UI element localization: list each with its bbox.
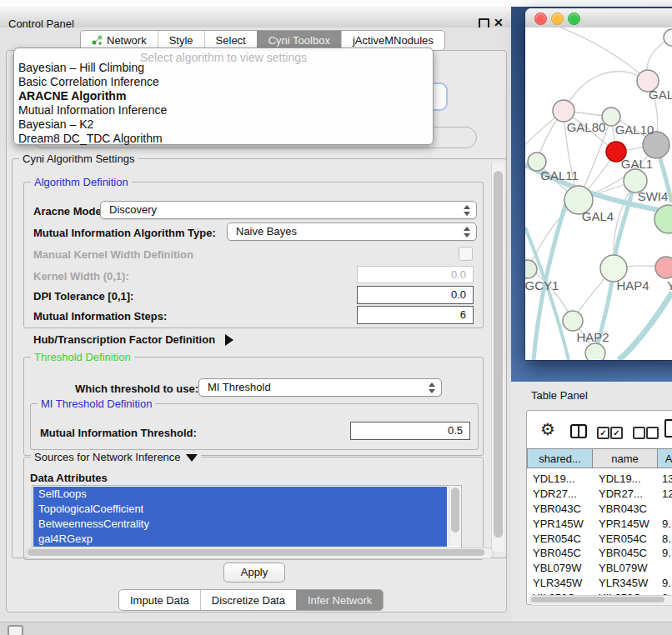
attributes-scrollbar-thumb[interactable] bbox=[451, 488, 459, 532]
data-attributes-list: SelfLoops TopologicalCoefficient Between… bbox=[32, 485, 462, 548]
cell-value: 12 bbox=[658, 488, 672, 500]
sources-title-text: Sources for Network Inference bbox=[34, 451, 181, 463]
deselect-checkbox-icon[interactable] bbox=[633, 427, 645, 439]
apply-button[interactable]: Apply bbox=[223, 562, 285, 582]
ghost-algorithm-combo-fragment bbox=[432, 82, 448, 111]
node-label-gal10: GAL10 bbox=[615, 122, 654, 137]
network-canvas[interactable]: GAL80 GAL10 GAL1 GAL11 SWI4 GAL4 GCY1 HA… bbox=[525, 28, 672, 360]
cell-shared: YBL079W bbox=[527, 562, 593, 574]
tab-network-label: Network bbox=[107, 34, 147, 47]
node-label-gal4: GAL4 bbox=[582, 209, 614, 223]
cell-shared: YBR045C bbox=[527, 547, 593, 559]
cell-name: YDR27... bbox=[593, 488, 658, 500]
network-node[interactable] bbox=[585, 343, 605, 360]
table-hscrollbar-thumb[interactable] bbox=[531, 597, 664, 602]
mi-type-combo[interactable]: Naive Bayes bbox=[227, 222, 477, 241]
tab-impute-data-label: Impute Data bbox=[130, 594, 189, 607]
dropdown-item-dream8[interactable]: Dream8 DC_TDC Algorithm bbox=[16, 132, 430, 146]
select-all-checkbox-icon[interactable]: ✓ bbox=[610, 427, 623, 439]
network-window-titlebar[interactable] bbox=[525, 8, 672, 28]
dropdown-item-basic-correlation[interactable]: Basic Correlation Inference bbox=[16, 75, 430, 89]
table-row[interactable]: YLR345WYLR345W9. bbox=[527, 576, 672, 591]
dropdown-item-bayesian-hill[interactable]: Bayesian – Hill Climbing bbox=[16, 61, 430, 75]
tab-infer-network[interactable]: Infer Network bbox=[296, 590, 383, 610]
node-label-gal80: GAL80 bbox=[567, 120, 606, 134]
close-traffic-light[interactable] bbox=[534, 12, 547, 25]
deselect-checkbox-icon[interactable] bbox=[646, 427, 659, 439]
aracne-mode-value: Discovery bbox=[109, 203, 157, 216]
gear-icon[interactable]: ⚙ bbox=[540, 419, 555, 439]
settings-scrollbar-thumb[interactable] bbox=[494, 171, 503, 538]
aracne-mode-combo[interactable]: Discovery bbox=[100, 201, 477, 219]
mi-type-value: Naive Bayes bbox=[236, 225, 297, 238]
list-item[interactable]: SelfLoops bbox=[33, 487, 447, 502]
network-icon bbox=[92, 35, 103, 46]
network-node-y-cut[interactable] bbox=[655, 257, 672, 278]
column-header-shared[interactable]: shared... bbox=[527, 448, 593, 468]
cell-name: YDL19... bbox=[593, 472, 658, 485]
network-node-gal80[interactable] bbox=[553, 100, 574, 122]
tab-select-label: Select bbox=[216, 34, 246, 47]
mi-threshold-label: Mutual Information Threshold: bbox=[40, 427, 197, 439]
zoom-traffic-light[interactable] bbox=[568, 12, 580, 25]
control-panel-titlebar: Control Panel ✕ bbox=[0, 7, 511, 28]
screen: Control Panel ✕ Network Style Select Cyn… bbox=[0, 0, 672, 635]
dpi-tolerance-field[interactable]: 0.0 bbox=[357, 286, 474, 304]
columns-icon[interactable] bbox=[570, 424, 587, 438]
kernel-width-field[interactable]: 0.0 bbox=[357, 266, 474, 283]
hub-definition-toggle[interactable]: Hub/Transcription Factor Definition bbox=[33, 333, 233, 346]
algorithm-definition-title: Algorithm Definition bbox=[31, 176, 132, 188]
which-threshold-value: MI Threshold bbox=[208, 381, 271, 393]
cell-shared: YER054C bbox=[527, 532, 593, 545]
minimize-traffic-light[interactable] bbox=[551, 12, 564, 25]
select-all-checkbox-icon[interactable]: ✓ bbox=[597, 427, 609, 439]
table-horizontal-scrollbar[interactable] bbox=[529, 595, 672, 606]
column-header-cut[interactable]: A bbox=[657, 448, 672, 468]
table-row[interactable]: YER054CYER054C8. bbox=[527, 531, 672, 546]
list-item[interactable]: BetweennessCentrality bbox=[33, 517, 447, 532]
sources-horizontal-scrollbar[interactable] bbox=[25, 548, 494, 559]
table-row[interactable]: YPR145WYPR145W9. bbox=[527, 516, 672, 531]
network-node-gcy1[interactable] bbox=[525, 260, 537, 278]
mi-threshold-field[interactable]: 0.5 bbox=[350, 422, 470, 440]
columns-icon-divider bbox=[578, 426, 579, 437]
settings-vertical-scrollbar[interactable] bbox=[491, 163, 504, 552]
cell-value: 9. bbox=[658, 518, 671, 530]
table-row[interactable]: YBR043CYBR043C bbox=[527, 502, 672, 517]
table-row[interactable]: YBL079WYBL079W bbox=[527, 561, 672, 576]
panel-corner-icon[interactable] bbox=[8, 625, 23, 635]
cell-name: YBR045C bbox=[593, 547, 658, 559]
dropdown-item-bayesian-k2[interactable]: Bayesian – K2 bbox=[16, 118, 430, 132]
list-item[interactable]: gal4RGexp bbox=[33, 532, 447, 547]
cell-value: 9. bbox=[658, 577, 671, 589]
attributes-scrollbar[interactable] bbox=[449, 486, 461, 546]
document-icon[interactable] bbox=[664, 419, 672, 438]
combo-stepper-icon bbox=[429, 382, 435, 393]
cell-shared: YLR345W bbox=[527, 577, 593, 589]
network-node[interactable] bbox=[664, 29, 672, 46]
dropdown-item-aracne[interactable]: ARACNE Algorithm bbox=[16, 89, 430, 103]
sources-group-title[interactable]: Sources for Network Inference bbox=[31, 451, 201, 463]
table-row[interactable]: YDL19...YDL19...13 bbox=[527, 472, 672, 487]
bottom-status-strip bbox=[0, 622, 672, 635]
dropdown-item-mutual-information[interactable]: Mutual Information Inference bbox=[16, 103, 430, 118]
which-threshold-combo[interactable]: MI Threshold bbox=[198, 378, 442, 397]
bottom-tabbar: Impute Data Discretize Data Infer Networ… bbox=[118, 589, 384, 611]
combo-stepper-icon bbox=[464, 227, 470, 238]
mi-steps-field[interactable]: 6 bbox=[357, 306, 474, 324]
node-label-hap2: HAP2 bbox=[576, 330, 609, 344]
sources-hscrollbar-thumb[interactable] bbox=[28, 549, 484, 556]
list-item[interactable]: TopologicalCoefficient bbox=[33, 502, 447, 517]
tab-discretize-data[interactable]: Discretize Data bbox=[200, 590, 296, 610]
column-header-name[interactable]: name bbox=[592, 448, 658, 468]
cell-shared: YPR145W bbox=[527, 518, 593, 530]
cell-value: 9. bbox=[658, 547, 671, 559]
tab-impute-data[interactable]: Impute Data bbox=[119, 590, 200, 610]
table-row[interactable]: YDR27...YDR27...12 bbox=[527, 487, 672, 502]
algorithm-dropdown-popup: Select algorithm to view settings Bayesi… bbox=[13, 48, 434, 145]
manual-kernel-checkbox[interactable] bbox=[459, 247, 473, 261]
table-row[interactable]: YBR045CYBR045C9. bbox=[527, 546, 672, 561]
aracne-mode-label: Aracne Mode: bbox=[33, 205, 105, 218]
dpi-tolerance-label: DPI Tolerance [0,1]: bbox=[33, 290, 133, 302]
network-node-hap2[interactable] bbox=[563, 311, 583, 331]
